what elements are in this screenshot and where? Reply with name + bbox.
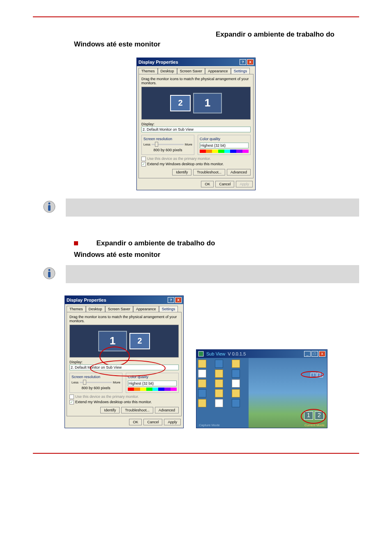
- maximize-icon[interactable]: □: [311, 351, 318, 357]
- svg-rect-5: [48, 272, 51, 277]
- info-icon: [43, 200, 56, 213]
- primary-monitor-check: Use this device as the primary monitor.: [141, 157, 251, 161]
- display-label: Display:: [141, 122, 251, 126]
- resolution-slider[interactable]: Less More: [71, 381, 120, 384]
- info-icon: [43, 267, 56, 280]
- subview-version: V 0.0.1.5: [228, 351, 246, 356]
- info-text-1: [66, 199, 359, 217]
- ok-button[interactable]: OK: [129, 419, 142, 425]
- close-icon[interactable]: X: [319, 351, 325, 357]
- monitor-arrangement[interactable]: 2 1: [141, 87, 251, 120]
- display-select[interactable]: 2. Default Monitor on Sub View: [141, 127, 251, 132]
- tab-appearance[interactable]: Appearance: [205, 68, 231, 74]
- desktop-icon: [198, 389, 206, 397]
- tab-appearance[interactable]: Appearance: [133, 306, 159, 312]
- close-icon[interactable]: X: [175, 297, 182, 303]
- advanced-button[interactable]: Advanced: [155, 407, 179, 413]
- apply-button[interactable]: Apply: [236, 181, 253, 187]
- more-label: More: [185, 143, 192, 146]
- desktop-icon: [232, 389, 240, 397]
- heading1-bold1: Expandir o ambiente de trabalho do: [216, 30, 334, 38]
- extend-desktop-check[interactable]: ✓ Extend my Windows desktop onto this mo…: [69, 400, 179, 404]
- tab-screensaver[interactable]: Screen Saver: [177, 68, 205, 74]
- apply-button[interactable]: Apply: [164, 419, 181, 425]
- resolution-value: 800 by 600 pixels: [71, 386, 120, 390]
- extend-desktop-check[interactable]: ✓ Extend my Windows desktop onto this mo…: [141, 162, 251, 166]
- dialog1-tabs: Themes Desktop Screen Saver Appearance S…: [137, 66, 255, 74]
- primary-label: Use this device as the primary monitor.: [147, 157, 211, 161]
- color-bar: [200, 150, 249, 153]
- checkbox-icon[interactable]: ✓: [141, 162, 146, 166]
- svg-rect-2: [48, 205, 51, 211]
- desktop-icon: [232, 379, 240, 388]
- display-properties-dialog-2: Display Properties ? X Themes Desktop Sc…: [65, 295, 184, 428]
- tab-settings[interactable]: Settings: [231, 68, 250, 74]
- desktop-icon: [215, 399, 223, 407]
- tab-themes[interactable]: Themes: [138, 68, 158, 74]
- checkbox-icon: [141, 157, 146, 161]
- dialog1-title: Display Properties: [138, 60, 178, 65]
- annotation-circle-icon: [301, 371, 324, 378]
- identify-button[interactable]: Identify: [172, 169, 191, 175]
- tab-screensaver[interactable]: Screen Saver: [105, 306, 134, 312]
- monitor-1-icon[interactable]: 1: [98, 331, 127, 351]
- display-select[interactable]: 2. Default Monitor on Sub View: [69, 365, 179, 370]
- minimize-icon[interactable]: _: [304, 351, 311, 357]
- extend-label: Extend my Windows desktop onto this moni…: [75, 400, 152, 404]
- checkbox-icon: [69, 395, 74, 399]
- monitor-2-icon[interactable]: 2: [170, 95, 191, 111]
- display-label: Display:: [69, 360, 179, 364]
- desktop-icon: [198, 360, 206, 368]
- help-icon[interactable]: ?: [168, 297, 174, 303]
- svg-rect-6: [198, 351, 203, 356]
- resolution-slider[interactable]: Less More: [143, 143, 192, 146]
- advanced-button[interactable]: Advanced: [227, 169, 251, 175]
- desktop-icon: [232, 399, 240, 407]
- info-note-2: [33, 265, 359, 283]
- cancel-button[interactable]: Cancel: [143, 419, 162, 425]
- extend-label: Extend my Windows desktop onto this moni…: [147, 162, 224, 166]
- help-icon[interactable]: ?: [240, 59, 246, 65]
- tab-themes[interactable]: Themes: [67, 306, 86, 312]
- dialog2-titlebar: Display Properties ? X: [65, 296, 183, 304]
- ok-button[interactable]: OK: [201, 181, 214, 187]
- desktop-icon: [232, 360, 240, 368]
- tab-settings[interactable]: Settings: [159, 306, 178, 312]
- color-quality-label: Color quality: [200, 137, 249, 141]
- dialog1-titlebar: Display Properties ? X: [137, 58, 255, 66]
- monitor-1-icon[interactable]: 1: [193, 93, 222, 113]
- monitor-2-icon[interactable]: 2: [129, 333, 150, 349]
- top-rule: [33, 16, 359, 17]
- troubleshoot-button[interactable]: Troubleshoot...: [121, 407, 153, 413]
- more-label: More: [113, 381, 120, 384]
- bottom-rule: [33, 453, 359, 454]
- cancel-button[interactable]: Cancel: [215, 181, 234, 187]
- screen-res-label: Screen resolution: [143, 137, 192, 141]
- svg-point-4: [48, 269, 51, 271]
- identify-button[interactable]: Identify: [100, 407, 120, 413]
- dialog2-tabs: Themes Desktop Screen Saver Appearance S…: [65, 304, 183, 312]
- tab-desktop[interactable]: Desktop: [86, 306, 105, 312]
- subview-titlebar: Sub View V 0.0.1.5 _ □ X: [196, 350, 327, 358]
- capture-mode-label: Capture Mode: [199, 423, 220, 427]
- drag-instruction: Drag the monitor icons to match the phys…: [69, 315, 179, 323]
- monitor-arrangement[interactable]: 1 2: [69, 325, 179, 358]
- desktop-icon: [232, 369, 240, 378]
- color-quality-select[interactable]: Highest (32 bit): [128, 381, 177, 386]
- subview-right-pane: 1 2 1 2 Current Mode: [249, 358, 327, 428]
- desktop-icon: [198, 379, 206, 388]
- close-icon[interactable]: X: [247, 59, 254, 65]
- desktop-icon: [198, 399, 206, 407]
- checkbox-icon[interactable]: ✓: [69, 400, 74, 404]
- desktop-icon: [215, 360, 223, 368]
- troubleshoot-button[interactable]: Troubleshoot...: [193, 169, 225, 175]
- desktop-icon: [215, 379, 223, 388]
- less-label: Less: [143, 143, 150, 146]
- current-mode-label: Current Mode: [304, 423, 325, 427]
- color-quality-select[interactable]: Highest (32 bit): [200, 143, 249, 148]
- tab-desktop[interactable]: Desktop: [158, 68, 177, 74]
- drag-instruction: Drag the monitor icons to match the phys…: [141, 77, 251, 85]
- section-heading-1: Expandir o ambiente de trabalho do Windo…: [74, 30, 359, 49]
- subview-title: Sub View: [206, 351, 225, 356]
- app-icon: [198, 351, 204, 357]
